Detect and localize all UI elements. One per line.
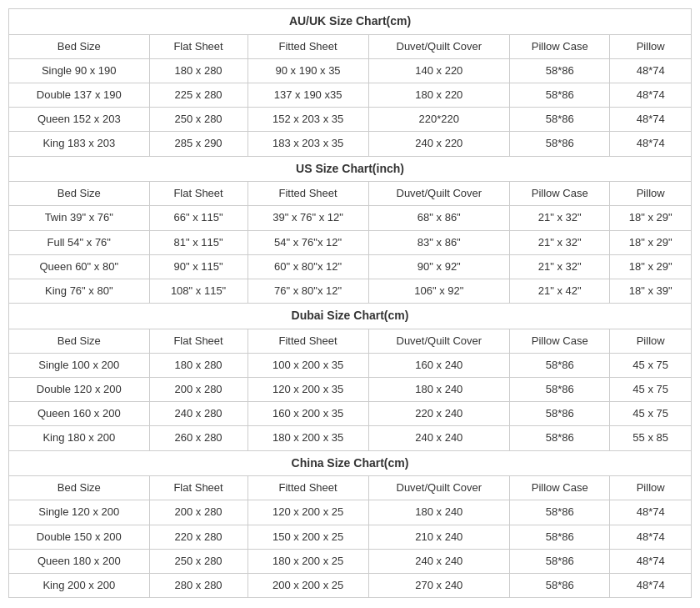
cell-0-2-0: Queen 152 x 203 (9, 108, 150, 132)
col-header-0-1: Flat Sheet (149, 34, 248, 58)
col-header-3-0: Bed Size (9, 476, 150, 500)
table-row: Double 137 x 190225 x 280137 x 190 x3518… (9, 83, 692, 107)
col-header-3-4: Pillow Case (510, 476, 610, 500)
col-header-1-4: Pillow Case (510, 182, 610, 206)
cell-3-2-3: 240 x 240 (368, 549, 509, 573)
cell-0-1-3: 180 x 220 (368, 83, 509, 107)
cell-2-1-0: Double 120 x 200 (9, 378, 150, 402)
cell-2-3-1: 260 x 280 (149, 426, 248, 450)
cell-3-3-0: King 200 x 200 (9, 573, 150, 597)
table-row: King 76" x 80"108" x 115"76" x 80"x 12"1… (9, 279, 692, 303)
cell-0-3-4: 58*86 (510, 132, 610, 156)
cell-2-2-2: 160 x 200 x 35 (248, 402, 368, 426)
cell-1-1-5: 18" x 29" (610, 230, 692, 254)
table-row: Queen 160 x 200240 x 280160 x 200 x 3522… (9, 402, 692, 426)
col-header-2-1: Flat Sheet (149, 329, 248, 353)
cell-3-0-2: 120 x 200 x 25 (248, 500, 368, 525)
chart-title-2: Dubai Size Chart(cm) (9, 304, 692, 329)
cell-1-2-5: 18" x 29" (610, 254, 692, 279)
cell-2-1-3: 180 x 240 (368, 378, 509, 402)
cell-2-2-5: 45 x 75 (610, 402, 692, 426)
cell-1-3-3: 106" x 92" (368, 279, 509, 303)
cell-3-3-2: 200 x 200 x 25 (248, 573, 368, 597)
col-header-1-0: Bed Size (9, 182, 150, 206)
col-header-2-0: Bed Size (9, 329, 150, 353)
cell-3-2-0: Queen 180 x 200 (9, 549, 150, 573)
col-header-2-2: Fitted Sheet (248, 329, 368, 353)
col-header-3-2: Fitted Sheet (248, 476, 368, 500)
cell-2-3-5: 55 x 85 (610, 426, 692, 450)
cell-2-0-2: 100 x 200 x 35 (248, 353, 368, 377)
cell-1-3-2: 76" x 80"x 12" (248, 279, 368, 303)
cell-0-3-2: 183 x 203 x 35 (248, 132, 368, 156)
cell-2-2-3: 220 x 240 (368, 402, 509, 426)
col-header-1-3: Duvet/Quilt Cover (368, 182, 509, 206)
col-header-2-5: Pillow (610, 329, 692, 353)
cell-0-1-5: 48*74 (610, 83, 692, 107)
col-header-0-4: Pillow Case (510, 34, 610, 58)
table-row: King 200 x 200280 x 280200 x 200 x 25270… (9, 573, 692, 597)
cell-1-0-2: 39" x 76" x 12" (248, 206, 368, 230)
cell-1-1-3: 83" x 86" (368, 230, 509, 254)
cell-3-0-1: 200 x 280 (149, 500, 248, 525)
cell-2-0-0: Single 100 x 200 (9, 353, 150, 377)
cell-0-3-1: 285 x 290 (149, 132, 248, 156)
cell-0-1-4: 58*86 (510, 83, 610, 107)
cell-0-3-3: 240 x 220 (368, 132, 509, 156)
cell-1-1-2: 54" x 76"x 12" (248, 230, 368, 254)
cell-2-0-4: 58*86 (510, 353, 610, 377)
col-header-1-2: Fitted Sheet (248, 182, 368, 206)
table-row: Queen 60" x 80"90" x 115"60" x 80"x 12"9… (9, 254, 692, 279)
cell-0-0-4: 58*86 (510, 58, 610, 83)
cell-2-2-0: Queen 160 x 200 (9, 402, 150, 426)
cell-0-0-5: 48*74 (610, 58, 692, 83)
cell-1-0-3: 68" x 86" (368, 206, 509, 230)
size-charts-container: AU/UK Size Chart(cm)Bed SizeFlat SheetFi… (8, 8, 692, 598)
table-row: Queen 180 x 200250 x 280180 x 200 x 2524… (9, 549, 692, 573)
table-row: Single 120 x 200200 x 280120 x 200 x 251… (9, 500, 692, 525)
cell-1-3-1: 108" x 115" (149, 279, 248, 303)
cell-1-2-4: 21" x 32" (510, 254, 610, 279)
cell-3-3-4: 58*86 (510, 573, 610, 597)
cell-3-1-1: 220 x 280 (149, 525, 248, 549)
table-row: Double 150 x 200220 x 280150 x 200 x 252… (9, 525, 692, 549)
cell-3-3-3: 270 x 240 (368, 573, 509, 597)
cell-3-0-3: 180 x 240 (368, 500, 509, 525)
chart-title-1: US Size Chart(inch) (9, 156, 692, 182)
cell-1-1-4: 21" x 32" (510, 230, 610, 254)
cell-0-0-2: 90 x 190 x 35 (248, 58, 368, 83)
cell-2-2-1: 240 x 280 (149, 402, 248, 426)
cell-1-1-1: 81" x 115" (149, 230, 248, 254)
cell-2-0-3: 160 x 240 (368, 353, 509, 377)
cell-2-3-3: 240 x 240 (368, 426, 509, 450)
cell-2-0-5: 45 x 75 (610, 353, 692, 377)
cell-0-2-1: 250 x 280 (149, 108, 248, 132)
cell-2-1-2: 120 x 200 x 35 (248, 378, 368, 402)
cell-1-0-5: 18" x 29" (610, 206, 692, 230)
cell-3-2-4: 58*86 (510, 549, 610, 573)
cell-1-3-0: King 76" x 80" (9, 279, 150, 303)
cell-3-1-4: 58*86 (510, 525, 610, 549)
cell-2-1-4: 58*86 (510, 378, 610, 402)
cell-1-3-5: 18" x 39" (610, 279, 692, 303)
col-header-0-0: Bed Size (9, 34, 150, 58)
col-header-2-4: Pillow Case (510, 329, 610, 353)
table-row: Single 100 x 200180 x 280100 x 200 x 351… (9, 353, 692, 377)
cell-0-1-0: Double 137 x 190 (9, 83, 150, 107)
cell-0-0-0: Single 90 x 190 (9, 58, 150, 83)
cell-3-2-1: 250 x 280 (149, 549, 248, 573)
cell-0-0-3: 140 x 220 (368, 58, 509, 83)
table-row: King 180 x 200260 x 280180 x 200 x 35240… (9, 426, 692, 450)
table-row: Twin 39" x 76"66" x 115"39" x 76" x 12"6… (9, 206, 692, 230)
cell-3-2-2: 180 x 200 x 25 (248, 549, 368, 573)
cell-0-1-1: 225 x 280 (149, 83, 248, 107)
col-header-3-1: Flat Sheet (149, 476, 248, 500)
chart-title-0: AU/UK Size Chart(cm) (9, 9, 692, 35)
cell-0-1-2: 137 x 190 x35 (248, 83, 368, 107)
cell-3-1-3: 210 x 240 (368, 525, 509, 549)
cell-3-0-4: 58*86 (510, 500, 610, 525)
cell-3-0-5: 48*74 (610, 500, 692, 525)
table-row: Queen 152 x 203250 x 280152 x 203 x 3522… (9, 108, 692, 132)
table-row: Full 54" x 76"81" x 115"54" x 76"x 12"83… (9, 230, 692, 254)
chart-title-3: China Size Chart(cm) (9, 450, 692, 476)
